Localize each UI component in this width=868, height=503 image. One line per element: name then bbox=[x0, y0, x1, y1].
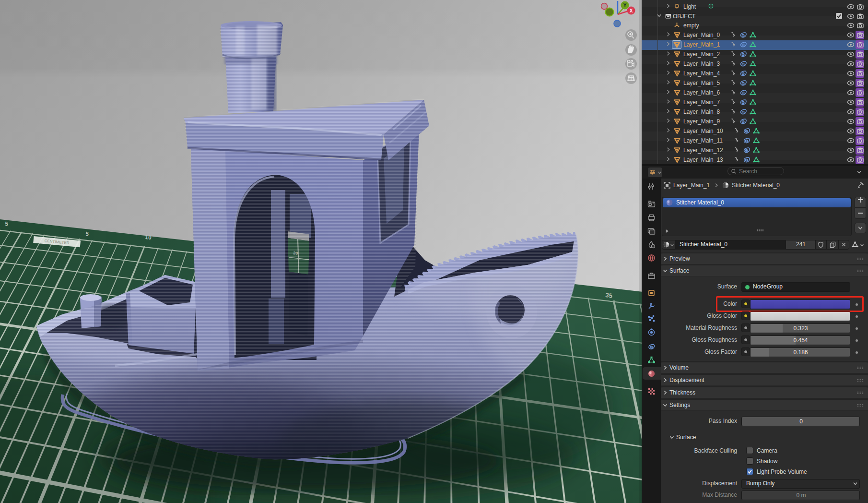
svg-text:35: 35 bbox=[605, 291, 613, 299]
svg-text:Y: Y bbox=[623, 3, 627, 8]
svg-text:X: X bbox=[630, 8, 633, 13]
svg-text:10: 10 bbox=[145, 234, 152, 241]
